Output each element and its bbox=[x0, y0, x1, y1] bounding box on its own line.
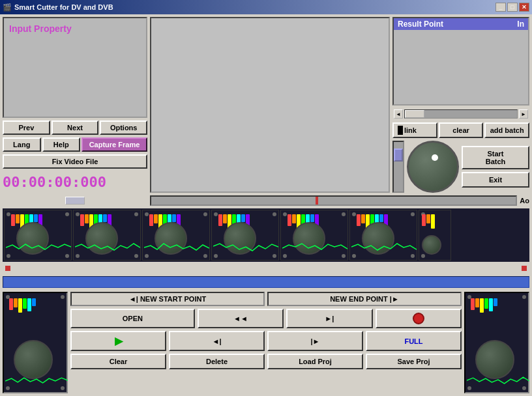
control-row-1: OPEN ◄◄ ►| bbox=[70, 309, 462, 328]
thumbnail-7[interactable] bbox=[419, 210, 451, 261]
timeline-bar: Ao bbox=[3, 195, 529, 206]
dot-tr-4 bbox=[273, 212, 276, 216]
thumbnail-5[interactable] bbox=[280, 210, 348, 261]
open-button[interactable]: OPEN bbox=[70, 309, 195, 328]
right-panel: Result Point In ◄ ► link clear add batch bbox=[392, 17, 529, 193]
dot-br-2 bbox=[134, 254, 138, 258]
fix-video-file-button[interactable]: Fix Video File bbox=[3, 154, 147, 169]
dot-bl-2 bbox=[76, 254, 80, 258]
link-indicator bbox=[398, 126, 403, 135]
scroll-track[interactable] bbox=[404, 109, 518, 119]
scroll-left-button[interactable]: ◄ bbox=[394, 109, 403, 119]
dot-bl-7 bbox=[421, 254, 425, 258]
thumb-globe-7 bbox=[422, 235, 441, 255]
dot-bl-5 bbox=[283, 254, 287, 258]
link-button[interactable]: link bbox=[392, 122, 437, 138]
dot-tr-3 bbox=[203, 212, 207, 216]
clear-button[interactable]: clear bbox=[439, 122, 484, 138]
bl-wave bbox=[5, 376, 68, 386]
dot-br-4 bbox=[273, 254, 276, 258]
right-marker bbox=[522, 266, 527, 271]
small-control-button[interactable] bbox=[65, 197, 85, 205]
ao-label: Ao bbox=[520, 197, 529, 205]
capture-frame-button[interactable]: Capture Frame bbox=[81, 137, 147, 152]
record-button[interactable] bbox=[376, 309, 462, 328]
thumbnail-6[interactable] bbox=[349, 210, 417, 261]
scroll-right-button[interactable]: ► bbox=[519, 109, 528, 119]
thumb-wave-2 bbox=[75, 242, 140, 252]
thumb-wave-5 bbox=[282, 242, 347, 252]
thumbnail-2[interactable] bbox=[73, 210, 141, 261]
bl-globe bbox=[14, 340, 53, 379]
clear-bottom-button[interactable]: Clear bbox=[70, 354, 166, 369]
result-point-label: Result Point bbox=[398, 20, 443, 29]
scrollbar-row: ◄ ► bbox=[392, 108, 529, 120]
dot-bl-6 bbox=[352, 254, 356, 258]
new-start-point-text: ◄| NEW START POINT bbox=[129, 295, 206, 303]
new-end-point-text: NEW END POINT |► bbox=[330, 295, 399, 303]
bottom-thumb-left bbox=[3, 292, 68, 393]
thumb-wave-1 bbox=[6, 242, 71, 252]
progress-area bbox=[3, 264, 529, 272]
load-proj-button[interactable]: Load Proj bbox=[267, 354, 363, 369]
close-button[interactable]: ✕ bbox=[519, 3, 529, 12]
thumbnail-3[interactable] bbox=[142, 210, 210, 261]
knob-dot bbox=[432, 154, 438, 161]
fast-forward-button[interactable]: |► bbox=[267, 331, 363, 351]
volume-knob[interactable] bbox=[407, 141, 459, 193]
app-icon: 🎬 bbox=[3, 3, 12, 12]
title-bar-controls: _ □ ✕ bbox=[495, 3, 529, 12]
help-button[interactable]: Help bbox=[42, 137, 81, 152]
utility-buttons-row: Lang Help Capture Frame bbox=[3, 137, 147, 152]
dot-tl-5 bbox=[283, 212, 287, 216]
dot-br-3 bbox=[203, 254, 207, 258]
thumbnails-row bbox=[3, 208, 529, 262]
center-preview bbox=[150, 17, 390, 193]
maximize-button[interactable]: □ bbox=[507, 3, 518, 12]
exit-button[interactable]: Exit bbox=[462, 172, 529, 188]
dot-tl-1 bbox=[7, 212, 10, 216]
step-forward-button[interactable]: ►| bbox=[286, 309, 372, 328]
blue-selection-bar[interactable] bbox=[3, 276, 529, 288]
dot-bl-3 bbox=[145, 254, 149, 258]
dot-tr-1 bbox=[65, 212, 69, 216]
start-batch-button[interactable]: Start Batch bbox=[462, 146, 529, 169]
main-content: Input Property Prev Next Options Lang He… bbox=[0, 14, 532, 396]
new-end-point-label: NEW END POINT |► bbox=[267, 292, 462, 306]
delete-button[interactable]: Delete bbox=[169, 354, 265, 369]
scroll-thumb[interactable] bbox=[405, 110, 424, 118]
title-bar: 🎬 Smart Cutter for DV and DVB _ □ ✕ bbox=[0, 0, 532, 14]
add-batch-button[interactable]: add batch bbox=[484, 122, 529, 138]
br-dot-tr bbox=[522, 295, 526, 299]
dot-tl-3 bbox=[145, 212, 149, 216]
title-bar-left: 🎬 Smart Cutter for DV and DVB bbox=[3, 3, 113, 12]
result-point-content bbox=[394, 30, 528, 104]
play-button[interactable]: ▶ bbox=[70, 331, 166, 351]
dot-br-6 bbox=[411, 254, 415, 258]
top-section: Input Property Prev Next Options Lang He… bbox=[3, 17, 529, 193]
minimize-button[interactable]: _ bbox=[495, 3, 506, 12]
vertical-slider-thumb bbox=[394, 148, 403, 162]
br-globe bbox=[475, 340, 514, 379]
rewind-button[interactable]: ◄| bbox=[169, 331, 265, 351]
full-button[interactable]: FULL bbox=[366, 331, 462, 351]
timeline-slider[interactable] bbox=[150, 195, 517, 206]
options-button[interactable]: Options bbox=[100, 120, 147, 135]
vertical-slider[interactable] bbox=[392, 141, 404, 193]
bl-dot-bl bbox=[6, 386, 10, 390]
save-proj-button[interactable]: Save Proj bbox=[366, 354, 462, 369]
step-back-button[interactable]: ◄◄ bbox=[198, 309, 284, 328]
dot-br-1 bbox=[65, 254, 69, 258]
control-row-3: Clear Delete Load Proj Save Proj bbox=[70, 354, 462, 369]
prev-button[interactable]: Prev bbox=[3, 120, 50, 135]
result-point-box: Result Point In bbox=[392, 17, 529, 106]
knob-row: Start Batch Exit bbox=[392, 141, 529, 193]
thumbnail-1[interactable] bbox=[4, 210, 72, 261]
thumbnail-4[interactable] bbox=[211, 210, 279, 261]
point-labels-row: ◄| NEW START POINT NEW END POINT |► bbox=[70, 292, 462, 306]
lang-button[interactable]: Lang bbox=[3, 137, 41, 152]
thumb-bars-7 bbox=[422, 214, 435, 229]
bl-dot-tr bbox=[61, 295, 65, 299]
next-button[interactable]: Next bbox=[52, 120, 99, 135]
br-dot-bl bbox=[467, 386, 471, 390]
